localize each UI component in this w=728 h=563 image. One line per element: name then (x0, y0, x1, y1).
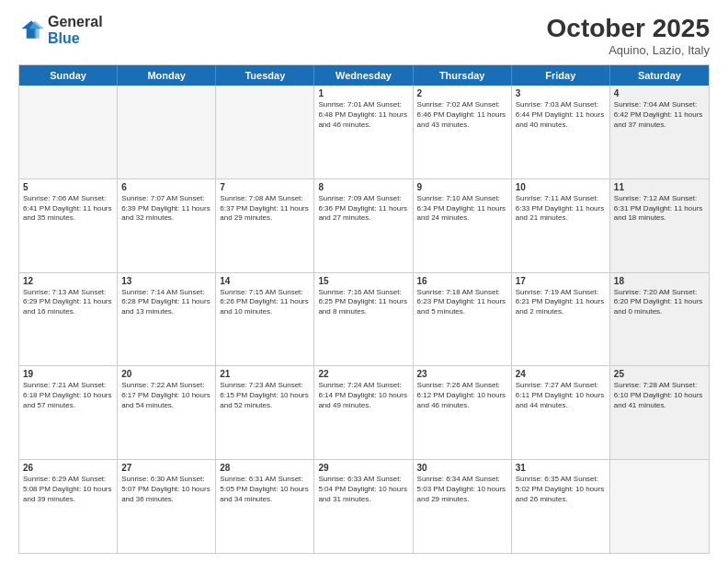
day-number: 9 (417, 182, 507, 192)
day-number: 20 (121, 369, 211, 379)
day-info: Sunrise: 7:02 AM Sunset: 6:46 PM Dayligh… (417, 100, 507, 130)
day-info: Sunrise: 7:04 AM Sunset: 6:42 PM Dayligh… (614, 100, 705, 130)
day-number: 18 (614, 276, 705, 286)
day-number: 24 (516, 369, 606, 379)
calendar-row-0: 1Sunrise: 7:01 AM Sunset: 6:48 PM Daylig… (19, 86, 709, 179)
calendar-cell-r2c1: 13Sunrise: 7:14 AM Sunset: 6:28 PM Dayli… (118, 273, 216, 366)
day-info: Sunrise: 7:12 AM Sunset: 6:31 PM Dayligh… (614, 194, 705, 224)
day-info: Sunrise: 7:22 AM Sunset: 6:17 PM Dayligh… (121, 381, 211, 410)
day-number: 27 (121, 463, 211, 473)
day-info: Sunrise: 7:09 AM Sunset: 6:36 PM Dayligh… (318, 194, 408, 224)
calendar-cell-r0c6: 4Sunrise: 7:04 AM Sunset: 6:42 PM Daylig… (610, 86, 709, 178)
day-info: Sunrise: 7:28 AM Sunset: 6:10 PM Dayligh… (614, 381, 705, 410)
calendar-cell-r0c1 (118, 86, 216, 178)
calendar-cell-r1c0: 5Sunrise: 7:06 AM Sunset: 6:41 PM Daylig… (19, 179, 118, 272)
logo-general-text: General (48, 14, 103, 30)
day-info: Sunrise: 7:23 AM Sunset: 6:15 PM Dayligh… (220, 381, 310, 410)
calendar-cell-r2c3: 15Sunrise: 7:16 AM Sunset: 6:25 PM Dayli… (314, 273, 413, 366)
day-number: 7 (220, 182, 310, 192)
calendar-cell-r3c5: 24Sunrise: 7:27 AM Sunset: 6:11 PM Dayli… (512, 366, 610, 459)
calendar-cell-r3c2: 21Sunrise: 7:23 AM Sunset: 6:15 PM Dayli… (216, 366, 314, 459)
calendar-cell-r4c5: 31Sunrise: 6:35 AM Sunset: 5:02 PM Dayli… (512, 460, 610, 553)
logo-blue-text: Blue (48, 30, 103, 47)
day-number: 10 (516, 182, 606, 192)
calendar-cell-r4c3: 29Sunrise: 6:33 AM Sunset: 5:04 PM Dayli… (314, 460, 413, 553)
calendar-cell-r0c3: 1Sunrise: 7:01 AM Sunset: 6:48 PM Daylig… (314, 86, 413, 178)
day-info: Sunrise: 7:10 AM Sunset: 6:34 PM Dayligh… (417, 194, 507, 224)
calendar-cell-r0c0 (19, 86, 118, 178)
day-number: 26 (23, 463, 113, 473)
calendar-cell-r4c6 (610, 460, 709, 553)
month-title: October 2025 (547, 14, 710, 43)
day-info: Sunrise: 7:08 AM Sunset: 6:37 PM Dayligh… (220, 194, 310, 224)
day-number: 29 (318, 463, 408, 473)
day-number: 3 (516, 88, 606, 98)
calendar-header: SundayMondayTuesdayWednesdayThursdayFrid… (19, 65, 709, 86)
calendar-row-2: 12Sunrise: 7:13 AM Sunset: 6:29 PM Dayli… (19, 273, 709, 367)
calendar-cell-r0c4: 2Sunrise: 7:02 AM Sunset: 6:46 PM Daylig… (414, 86, 512, 178)
day-number: 22 (318, 369, 408, 379)
day-number: 11 (614, 182, 705, 192)
day-info: Sunrise: 6:29 AM Sunset: 5:08 PM Dayligh… (23, 475, 113, 504)
logo-text: General Blue (48, 14, 103, 46)
calendar-row-1: 5Sunrise: 7:06 AM Sunset: 6:41 PM Daylig… (19, 179, 709, 273)
calendar-cell-r3c0: 19Sunrise: 7:21 AM Sunset: 6:18 PM Dayli… (19, 366, 118, 459)
day-number: 6 (121, 182, 211, 192)
calendar-cell-r2c0: 12Sunrise: 7:13 AM Sunset: 6:29 PM Dayli… (19, 273, 118, 366)
day-number: 13 (121, 276, 211, 286)
logo-icon (18, 17, 44, 43)
day-number: 2 (417, 88, 507, 98)
day-number: 1 (318, 88, 408, 98)
header-day-thursday: Thursday (414, 65, 512, 86)
day-number: 19 (23, 369, 113, 379)
calendar-row-4: 26Sunrise: 6:29 AM Sunset: 5:08 PM Dayli… (19, 460, 709, 553)
calendar-cell-r4c2: 28Sunrise: 6:31 AM Sunset: 5:05 PM Dayli… (216, 460, 314, 553)
day-info: Sunrise: 7:21 AM Sunset: 6:18 PM Dayligh… (23, 381, 113, 410)
calendar-cell-r2c5: 17Sunrise: 7:19 AM Sunset: 6:21 PM Dayli… (512, 273, 610, 366)
day-info: Sunrise: 7:18 AM Sunset: 6:23 PM Dayligh… (417, 288, 507, 317)
calendar-cell-r2c2: 14Sunrise: 7:15 AM Sunset: 6:26 PM Dayli… (216, 273, 314, 366)
calendar: SundayMondayTuesdayWednesdayThursdayFrid… (18, 64, 710, 554)
calendar-cell-r2c4: 16Sunrise: 7:18 AM Sunset: 6:23 PM Dayli… (414, 273, 512, 366)
day-number: 28 (220, 463, 310, 473)
day-number: 17 (516, 276, 606, 286)
day-info: Sunrise: 6:34 AM Sunset: 5:03 PM Dayligh… (417, 475, 507, 504)
calendar-body: 1Sunrise: 7:01 AM Sunset: 6:48 PM Daylig… (19, 86, 709, 553)
calendar-cell-r1c1: 6Sunrise: 7:07 AM Sunset: 6:39 PM Daylig… (118, 179, 216, 272)
day-info: Sunrise: 7:24 AM Sunset: 6:14 PM Dayligh… (318, 381, 408, 410)
calendar-cell-r4c0: 26Sunrise: 6:29 AM Sunset: 5:08 PM Dayli… (19, 460, 118, 553)
header-day-saturday: Saturday (610, 65, 709, 86)
day-number: 12 (23, 276, 113, 286)
calendar-cell-r3c1: 20Sunrise: 7:22 AM Sunset: 6:17 PM Dayli… (118, 366, 216, 459)
calendar-cell-r3c4: 23Sunrise: 7:26 AM Sunset: 6:12 PM Dayli… (414, 366, 512, 459)
day-info: Sunrise: 7:15 AM Sunset: 6:26 PM Dayligh… (220, 288, 310, 317)
day-info: Sunrise: 6:30 AM Sunset: 5:07 PM Dayligh… (121, 475, 211, 504)
day-info: Sunrise: 7:03 AM Sunset: 6:44 PM Dayligh… (516, 100, 606, 130)
title-block: October 2025 Aquino, Lazio, Italy (547, 14, 710, 57)
header-day-friday: Friday (512, 65, 610, 86)
day-info: Sunrise: 7:07 AM Sunset: 6:39 PM Dayligh… (121, 194, 211, 224)
day-info: Sunrise: 7:19 AM Sunset: 6:21 PM Dayligh… (516, 288, 606, 317)
day-info: Sunrise: 7:11 AM Sunset: 6:33 PM Dayligh… (516, 194, 606, 224)
day-info: Sunrise: 7:01 AM Sunset: 6:48 PM Dayligh… (318, 100, 408, 130)
header: General Blue October 2025 Aquino, Lazio,… (18, 14, 710, 57)
calendar-cell-r0c5: 3Sunrise: 7:03 AM Sunset: 6:44 PM Daylig… (512, 86, 610, 178)
day-info: Sunrise: 7:20 AM Sunset: 6:20 PM Dayligh… (614, 288, 705, 317)
day-info: Sunrise: 7:27 AM Sunset: 6:11 PM Dayligh… (516, 381, 606, 410)
page: General Blue October 2025 Aquino, Lazio,… (0, 0, 728, 563)
day-info: Sunrise: 6:35 AM Sunset: 5:02 PM Dayligh… (516, 475, 606, 504)
day-info: Sunrise: 6:33 AM Sunset: 5:04 PM Dayligh… (318, 475, 408, 504)
calendar-cell-r3c3: 22Sunrise: 7:24 AM Sunset: 6:14 PM Dayli… (314, 366, 413, 459)
calendar-cell-r2c6: 18Sunrise: 7:20 AM Sunset: 6:20 PM Dayli… (610, 273, 709, 366)
location-subtitle: Aquino, Lazio, Italy (547, 43, 710, 57)
day-number: 4 (614, 88, 705, 98)
day-info: Sunrise: 7:16 AM Sunset: 6:25 PM Dayligh… (318, 288, 408, 317)
header-day-wednesday: Wednesday (314, 65, 413, 86)
calendar-cell-r1c2: 7Sunrise: 7:08 AM Sunset: 6:37 PM Daylig… (216, 179, 314, 272)
calendar-cell-r1c3: 8Sunrise: 7:09 AM Sunset: 6:36 PM Daylig… (314, 179, 413, 272)
day-info: Sunrise: 7:14 AM Sunset: 6:28 PM Dayligh… (121, 288, 211, 317)
day-number: 30 (417, 463, 507, 473)
day-info: Sunrise: 7:13 AM Sunset: 6:29 PM Dayligh… (23, 288, 113, 317)
header-day-sunday: Sunday (19, 65, 118, 86)
calendar-cell-r4c1: 27Sunrise: 6:30 AM Sunset: 5:07 PM Dayli… (118, 460, 216, 553)
